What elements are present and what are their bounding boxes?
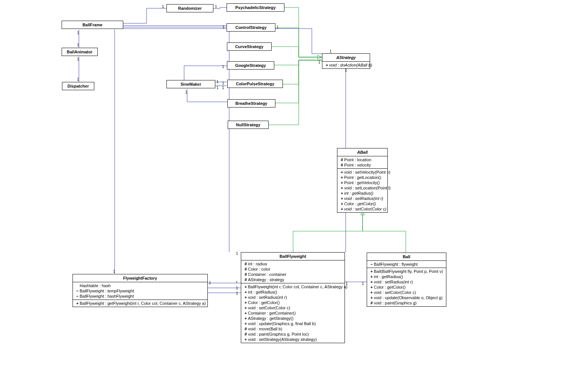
method: +Color : getColor() <box>337 201 387 206</box>
class-name: CurveStrategy <box>227 43 271 50</box>
multiplicity-label: 1 <box>209 281 211 285</box>
visibility: + <box>243 295 248 300</box>
method-text: void : paint(Graphics g, Point loc) <box>248 332 309 336</box>
visibility: − <box>75 289 80 293</box>
method-text: void : setColor(Color c) <box>374 290 416 295</box>
multiplicity-label: 1 <box>216 80 219 84</box>
method-text: Color : getColor() <box>374 285 405 289</box>
method: +Ball(BallFlyweight fly, Point p, Point … <box>367 269 446 274</box>
method: +void : update(Observable o, Object g) <box>367 295 446 300</box>
visibility: + <box>369 280 374 284</box>
class-name: BallAnimator <box>62 48 97 56</box>
method: +Color : getColor() <box>367 285 446 290</box>
method-text: void : paint(Graphics g) <box>374 301 417 305</box>
visibility: + <box>340 180 344 185</box>
class-NullStrategy: NullStrategy <box>228 121 269 129</box>
attribute-text: Hashtable : hash <box>80 283 111 288</box>
visibility: + <box>243 306 248 310</box>
visibility: + <box>340 196 344 201</box>
method-text: void : setColor(Color c) <box>248 306 290 310</box>
method: #void : paint(Graphics g) <box>367 300 446 306</box>
multiplicity-label: 1 <box>77 57 79 61</box>
class-name: Dispatcher <box>62 82 94 90</box>
method-text: void : setRadius(int r) <box>374 280 413 284</box>
visibility: + <box>75 301 80 306</box>
visibility: + <box>340 201 344 206</box>
multiplicity-label: 1 <box>113 269 115 274</box>
visibility: + <box>369 269 374 274</box>
multiplicity-label: 1 <box>77 31 79 35</box>
method: +void : setRadius(int r) <box>337 196 387 201</box>
method-text: void : setStrategy(AStrategy strategy) <box>248 337 317 342</box>
methods-section: +BallFlyweight(int r, Color col, Contain… <box>241 283 345 343</box>
method: +Point : getVelocity() <box>337 180 387 185</box>
class-BreatheStrategy: BreatheStrategy <box>227 99 275 107</box>
method-text: BallFlyweight(int r, Color col, Containe… <box>248 285 348 289</box>
method: +void : doAction(ABall b) <box>322 62 370 68</box>
attribute: #Color : color <box>241 266 345 272</box>
multiplicity-label: 1 <box>77 77 79 82</box>
attribute: −BallFlyweight : flyweight <box>367 262 446 267</box>
multiplicity-label: 1 <box>346 282 348 286</box>
class-ControlStrategy: ControlStrategy <box>227 23 275 32</box>
method: +Point : getLocation() <box>337 175 387 180</box>
class-name: BallFlyweight <box>241 253 345 260</box>
class-FlyweightFactory: FlyweightFactoryHashtable : hash−BallFly… <box>73 274 208 307</box>
class-SineMaker: SineMaker <box>166 80 215 88</box>
method-text: Ball(BallFlyweight fly, Point p, Point v… <box>374 269 443 274</box>
attribute: −BallFlyweight : tempFlyweight <box>73 288 207 294</box>
attributes-section: −BallFlyweight : flyweight <box>367 261 446 268</box>
method-text: void : update(Observable o, Object g) <box>374 295 443 300</box>
attribute-text: int : radius <box>248 262 267 266</box>
class-name: PsychadelicStrategy <box>227 4 284 11</box>
method: #void : paint(Graphics g, Point loc) <box>241 331 345 337</box>
multiplicity-label: 1 <box>162 5 164 9</box>
method: +BallFlyweight : getFlyweight(int r, Col… <box>73 301 207 306</box>
multiplicity-label: 1 <box>236 291 238 295</box>
methods-section: +void : setVelocity(Point v)+Point : get… <box>337 169 387 212</box>
method: +void : setStrategy(AStrategy strategy) <box>241 337 345 342</box>
attributes-section: Hashtable : hash−BallFlyweight : tempFly… <box>73 282 207 300</box>
visibility: # <box>369 301 374 305</box>
attribute: #Point : location <box>337 157 387 162</box>
visibility: − <box>369 262 374 266</box>
multiplicity-label: 1 <box>345 68 347 73</box>
multiplicity-label: 1 <box>236 286 238 290</box>
method-text: void : setRadius(int r) <box>248 295 287 300</box>
method: +void : setVelocity(Point v) <box>337 170 387 175</box>
method-text: void : setLocation(Point l) <box>344 186 391 190</box>
method: +int : getRadius() <box>337 191 387 196</box>
visibility: # <box>243 267 248 271</box>
class-name: ColorPulseStrategy <box>228 80 283 88</box>
visibility: # <box>243 272 248 277</box>
attribute: #int : radius <box>241 261 345 266</box>
class-Randomizer: Randomizer <box>166 4 213 12</box>
method-text: void : setColor(Color c) <box>344 207 386 211</box>
class-GoogleStrategy: GoogleStrategy <box>227 61 274 70</box>
visibility: # <box>243 277 248 282</box>
class-BallAnimator: BallAnimator <box>62 48 98 56</box>
method-text: void : move(Ball b) <box>248 327 282 331</box>
class-name: ControlStrategy <box>227 24 275 31</box>
method: +AStrategy : getStrategy() <box>241 316 345 321</box>
multiplicity-label: 1 <box>236 251 238 256</box>
class-BallFrame: BallFrame <box>62 21 123 29</box>
attribute: Hashtable : hash <box>73 283 207 288</box>
visibility: + <box>340 191 344 195</box>
class-ABall: ABall#Point : location#Point : velocity+… <box>337 148 388 213</box>
class-name: AStrategy <box>322 54 370 62</box>
multiplicity-label: 1 <box>216 86 219 90</box>
method: +Color : getColor() <box>241 300 345 305</box>
method-text: AStrategy : getStrategy() <box>248 316 293 321</box>
attribute-text: BallFlyweight : hashFlyweight <box>80 294 134 298</box>
method: +Container : getContainer() <box>241 310 345 316</box>
method-text: int : getRadius() <box>248 290 277 294</box>
attribute-text: AStrategy : strategy <box>248 277 284 282</box>
attribute: #AStrategy : strategy <box>241 277 345 282</box>
class-Dispatcher: Dispatcher <box>62 82 94 90</box>
method-text: void : setRadius(int r) <box>344 196 383 201</box>
multiplicity-label: 1 <box>215 5 217 9</box>
multiplicity-label: 1 <box>318 60 320 64</box>
visibility: + <box>369 295 374 300</box>
class-AStrategy: AStrategy+void : doAction(ABall b) <box>322 53 370 69</box>
